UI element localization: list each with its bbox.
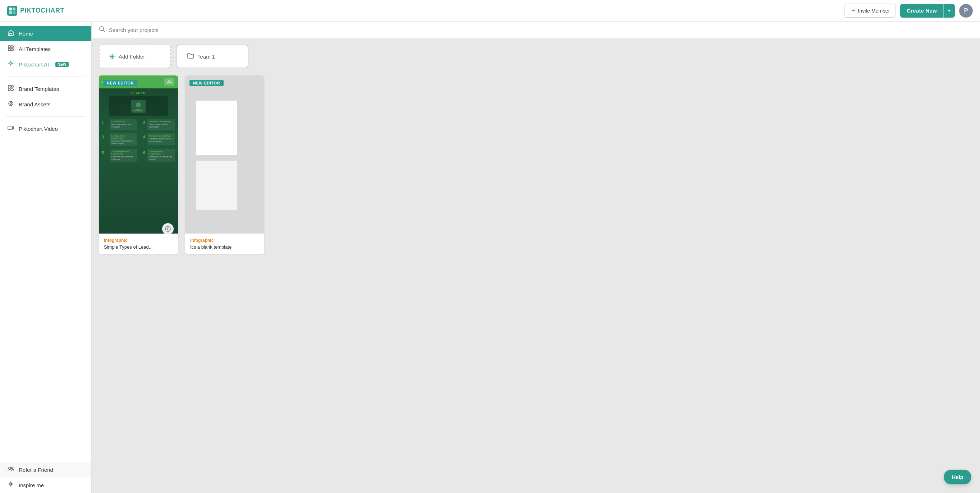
main-content: ⊕ Add Folder Team 1 NEW EDITOR [92, 22, 980, 493]
templates-row: NEW EDITOR NEW EDITOR Leader [99, 76, 973, 254]
team1-folder-card[interactable]: Team 1 [177, 44, 248, 68]
svg-rect-6 [11, 46, 13, 48]
svg-rect-10 [11, 86, 13, 87]
sidebar-item-piktochart-video[interactable]: Piktochart Video [0, 121, 91, 136]
svg-rect-1 [9, 8, 12, 10]
svg-rect-4 [13, 11, 16, 14]
sidebar-item-piktochart-ai[interactable]: Piktochart AI NEW [0, 57, 91, 72]
sidebar-item-brand-assets[interactable]: Brand Assets [0, 97, 91, 112]
sidebar-item-refer[interactable]: Refer a Friend [0, 462, 91, 477]
search-icon [99, 26, 105, 34]
search-input[interactable] [109, 27, 973, 33]
team1-folder-label: Team 1 [197, 54, 215, 60]
topnav-right: ＋ Invite Member Create New ▾ P [844, 3, 973, 17]
sidebar-item-brand-assets-label: Brand Assets [19, 101, 50, 108]
svg-rect-2 [13, 8, 16, 10]
blank-template-visual [185, 76, 264, 233]
svg-rect-8 [11, 49, 13, 51]
svg-point-14 [10, 103, 12, 105]
sidebar-brand-section: Brand Templates Brand Assets [0, 80, 91, 114]
plus-icon: ＋ [850, 7, 856, 14]
svg-point-17 [11, 467, 13, 469]
app-body: Home All Templates Piktochart AI NEW [0, 22, 980, 493]
sidebar-main-section: Home All Templates Piktochart AI NEW [0, 24, 91, 74]
svg-point-18 [100, 27, 103, 30]
refer-icon [7, 466, 14, 474]
add-folder-card[interactable]: ⊕ Add Folder [99, 44, 171, 68]
svg-rect-7 [8, 49, 10, 51]
infographic-visual: NEW EDITOR Leader [99, 76, 178, 233]
brand-assets-icon [7, 100, 14, 108]
add-folder-icon: ⊕ [110, 52, 115, 60]
svg-rect-0 [7, 6, 17, 16]
template-info-1: Infographic Simple Types of Lead... [99, 233, 178, 254]
svg-rect-5 [8, 46, 10, 48]
search-bar [92, 22, 980, 39]
svg-rect-3 [9, 11, 12, 14]
avatar-letter: P [964, 8, 968, 14]
template-type-1: Infographic [104, 238, 173, 243]
content-area: ⊕ Add Folder Team 1 NEW EDITOR [92, 39, 980, 260]
sidebar-item-brand-templates[interactable]: Brand Templates [0, 81, 91, 97]
add-folder-label: Add Folder [119, 54, 145, 60]
folders-row: ⊕ Add Folder Team 1 [99, 44, 973, 68]
ai-icon [7, 60, 14, 69]
home-icon [7, 30, 14, 38]
svg-rect-15 [8, 126, 12, 130]
svg-rect-9 [8, 86, 11, 88]
svg-point-16 [9, 467, 11, 469]
sidebar-item-all-templates-label: All Templates [19, 46, 51, 52]
inspire-icon [7, 481, 14, 490]
sidebar-item-refer-label: Refer a Friend [19, 467, 53, 473]
folder-icon [187, 53, 194, 60]
sidebar-bottom: Refer a Friend Inspire me [0, 462, 91, 493]
new-editor-badge-1: NEW EDITOR [103, 80, 137, 86]
template-info-2: Infographic It's a blank template [185, 233, 264, 254]
topnav: PIKTOCHART ＋ Invite Member Create New ▾ … [0, 0, 980, 22]
logo-text: PIKTOCHART [20, 7, 64, 14]
brand-templates-icon [7, 85, 14, 93]
sidebar-other-section: Piktochart Video [0, 120, 91, 138]
template-name-1: Simple Types of Lead... [104, 244, 173, 250]
help-button[interactable]: Help [944, 470, 971, 484]
template-name-2: It's a blank template [190, 244, 259, 250]
help-label: Help [951, 474, 964, 480]
new-badge: NEW [56, 62, 68, 67]
template-type-2: Infographic [190, 238, 259, 243]
sidebar-item-brand-templates-label: Brand Templates [19, 86, 59, 92]
video-icon [7, 125, 14, 133]
svg-point-13 [9, 101, 13, 106]
sidebar-divider-1 [6, 76, 86, 77]
sidebar-item-inspire[interactable]: Inspire me [0, 477, 91, 493]
chevron-down-icon[interactable]: ▾ [944, 4, 955, 17]
template-card-2[interactable]: NEW EDITOR Infographic It's a blank temp… [185, 76, 264, 254]
sidebar-item-home[interactable]: Home [0, 26, 91, 41]
svg-rect-11 [8, 89, 10, 90]
svg-rect-12 [11, 89, 13, 90]
new-editor-badge-2: NEW EDITOR [189, 80, 224, 86]
logo[interactable]: PIKTOCHART [7, 6, 64, 16]
template-action-icon-1[interactable] [162, 223, 173, 235]
create-new-label: Create New [900, 4, 943, 17]
sidebar-item-piktochart-ai-label: Piktochart AI [19, 62, 49, 68]
sidebar-item-all-templates[interactable]: All Templates [0, 41, 91, 57]
sidebar: Home All Templates Piktochart AI NEW [0, 22, 92, 493]
invite-member-button[interactable]: ＋ Invite Member [844, 3, 896, 17]
create-new-button[interactable]: Create New ▾ [900, 4, 955, 17]
invite-label: Invite Member [858, 8, 890, 14]
avatar[interactable]: P [959, 4, 973, 17]
sidebar-item-video-label: Piktochart Video [19, 126, 58, 132]
sidebar-item-inspire-label: Inspire me [19, 482, 44, 488]
template-card-1[interactable]: NEW EDITOR NEW EDITOR Leader [99, 76, 178, 254]
grid-icon [7, 45, 14, 53]
svg-point-23 [136, 102, 141, 108]
template-thumb-2: NEW EDITOR [185, 76, 264, 233]
sidebar-item-home-label: Home [19, 30, 33, 36]
logo-icon [7, 6, 17, 16]
sidebar-divider-2 [6, 116, 86, 117]
template-thumb-1: NEW EDITOR NEW EDITOR Leader [99, 76, 178, 233]
